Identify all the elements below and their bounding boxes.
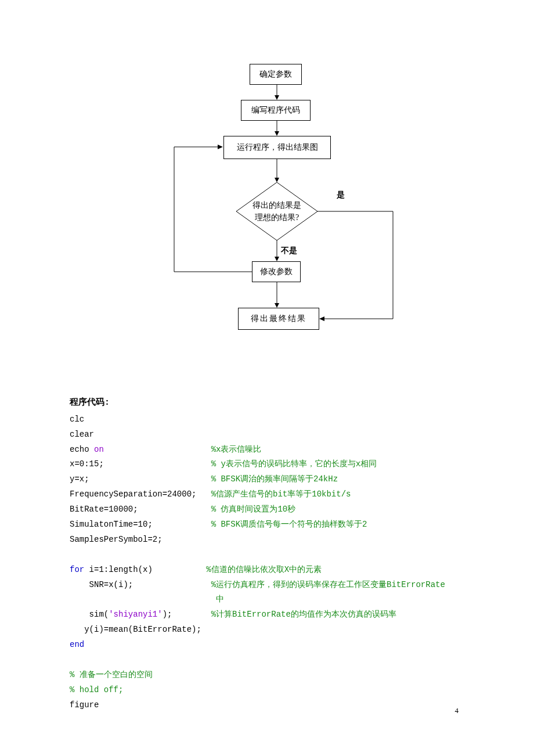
flow-decision-line2: 理想的结果? xyxy=(255,211,299,224)
flow-box-code: 编写程序代码 xyxy=(241,100,311,121)
flowchart: 确定参数 编写程序代码 运行程序，得出结果图 得出的结果是 理想的结果? xyxy=(116,64,418,360)
code-line: for i=1:length(x) %信道的信噪比依次取X中的元素 xyxy=(70,563,464,578)
svg-marker-1 xyxy=(275,95,279,100)
code-line: echo on %x表示信噪比 xyxy=(70,442,464,458)
code-heading: 程序代码: xyxy=(70,395,464,411)
arrow xyxy=(275,85,279,100)
arrow xyxy=(275,121,279,136)
svg-marker-16 xyxy=(218,145,223,149)
flow-decision-line1: 得出的结果是 xyxy=(252,199,301,211)
code-line: SNR=x(i); %运行仿真程序，得到的误码率保存在工作区变量BitError… xyxy=(70,578,464,593)
code-block: clcclearecho on %x表示信噪比x=0:15; % y表示信号的误… xyxy=(70,412,464,713)
flow-box-modify: 修改参数 xyxy=(252,261,301,282)
code-line: FrequencySeparation=24000; %信源产生信号的bit率等… xyxy=(70,487,464,502)
page-number: 4 xyxy=(455,706,459,715)
code-line: % hold off; xyxy=(70,683,464,698)
arrow xyxy=(275,159,279,182)
code-line: y(i)=mean(BitErrorRate); xyxy=(70,622,464,638)
arrow-loop xyxy=(172,145,254,274)
arrow xyxy=(275,240,279,261)
code-line: clc xyxy=(70,412,464,427)
code-section: 程序代码: clcclearecho on %x表示信噪比x=0:15; % y… xyxy=(70,395,464,713)
flow-box-params-label: 确定参数 xyxy=(259,70,292,80)
code-line: end xyxy=(70,638,464,653)
code-line: sim('shiyanyi1'); %计算BitErrorRate的均值作为本次… xyxy=(70,607,464,622)
code-line: BitRate=10000; % 仿真时间设置为10秒 xyxy=(70,502,464,517)
flow-label-yes: 是 xyxy=(337,190,345,200)
flow-box-params: 确定参数 xyxy=(250,64,302,85)
code-line: SamplesPerSymbol=2; xyxy=(70,532,464,548)
code-line: % 准备一个空白的空间 xyxy=(70,668,464,683)
code-line xyxy=(70,653,464,668)
svg-marker-3 xyxy=(275,131,279,136)
arrow xyxy=(275,282,279,308)
flow-box-code-label: 编写程序代码 xyxy=(251,106,300,116)
svg-marker-12 xyxy=(275,257,279,261)
flow-box-final: 得出最终结果 xyxy=(238,308,319,330)
code-line: x=0:15; % y表示信号的误码比特率，它的长度与x相同 xyxy=(70,457,464,472)
code-line: 中 xyxy=(70,592,464,607)
flow-box-final-label: 得出最终结果 xyxy=(251,314,306,324)
code-line: SimulatonTime=10; % BFSK调质信号每一个符号的抽样数等于2 xyxy=(70,517,464,532)
svg-marker-18 xyxy=(275,303,279,308)
flow-label-no: 不是 xyxy=(281,246,297,256)
flow-box-modify-label: 修改参数 xyxy=(260,267,293,277)
svg-marker-5 xyxy=(275,178,279,182)
code-line: figure xyxy=(70,698,464,713)
code-line xyxy=(70,548,464,563)
code-line: y=x; % BFSK调治的频率间隔等于24kHz xyxy=(70,472,464,487)
arrow-yes xyxy=(317,210,399,326)
code-line: clear xyxy=(70,427,464,442)
svg-marker-10 xyxy=(319,316,324,321)
